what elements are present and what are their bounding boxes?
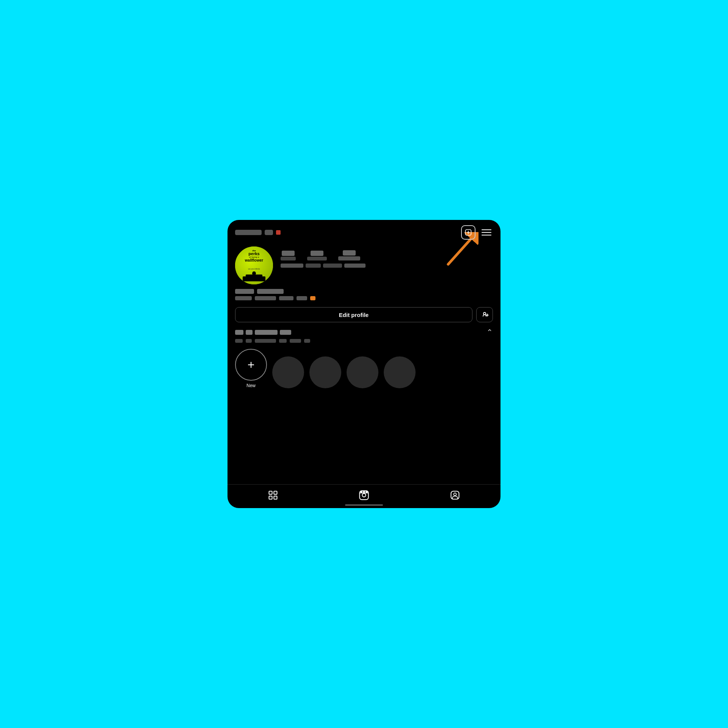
hl-sub-1 xyxy=(235,339,243,343)
new-story-button[interactable]: + xyxy=(235,349,267,381)
svg-rect-13 xyxy=(274,491,277,494)
stories-row: + New xyxy=(228,349,500,394)
action-buttons: Edit profile xyxy=(228,304,500,327)
stats-area xyxy=(281,246,493,268)
add-friend-icon xyxy=(480,311,489,318)
svg-rect-12 xyxy=(269,491,272,494)
svg-point-21 xyxy=(366,491,367,493)
follower-name1 xyxy=(306,264,321,268)
hl-sub-6 xyxy=(304,339,310,343)
svg-point-19 xyxy=(361,491,362,493)
highlights-title xyxy=(235,330,291,335)
username-block1 xyxy=(235,289,254,294)
hl-sub-2 xyxy=(246,339,252,343)
home-indicator xyxy=(228,504,500,508)
stats-row xyxy=(281,250,493,260)
posts-count xyxy=(282,251,295,256)
follower-name2 xyxy=(323,264,342,268)
followers-stat[interactable] xyxy=(307,251,327,260)
phone-container: the perks of being a wallflower we are i… xyxy=(228,220,500,508)
avatar[interactable]: the perks of being a wallflower we are i… xyxy=(235,246,273,284)
followed-by xyxy=(281,264,493,268)
following-label xyxy=(338,256,360,260)
avatar-title-1: perks xyxy=(235,252,273,256)
hl-sub-4 xyxy=(279,339,287,343)
svg-rect-8 xyxy=(253,271,255,275)
story-circle-3[interactable] xyxy=(347,356,378,388)
menu-button[interactable] xyxy=(480,228,493,237)
story-item-3[interactable] xyxy=(347,356,378,388)
hamburger-line-1 xyxy=(482,229,491,230)
new-story-label: New xyxy=(246,383,256,388)
hl-title-3 xyxy=(255,330,278,335)
username-area xyxy=(228,289,500,304)
reels-icon xyxy=(359,490,369,500)
grid-icon xyxy=(268,490,278,500)
svg-point-9 xyxy=(483,312,486,315)
add-friend-button[interactable] xyxy=(476,307,493,322)
bio-block3 xyxy=(279,296,293,300)
hl-sub-5 xyxy=(290,339,301,343)
story-circle-1[interactable] xyxy=(272,356,304,388)
story-circle-4[interactable] xyxy=(384,356,416,388)
followed-by-text xyxy=(281,264,303,268)
story-circle-2[interactable] xyxy=(309,356,341,388)
following-stat[interactable] xyxy=(338,250,360,260)
hl-sub-3 xyxy=(255,339,276,343)
story-item-4[interactable] xyxy=(384,356,416,388)
svg-point-17 xyxy=(362,493,366,497)
username-block2 xyxy=(257,289,284,294)
tab-grid[interactable] xyxy=(268,490,278,500)
avatar-subtitle: we are infinite xyxy=(248,268,260,270)
bottom-tabs xyxy=(228,484,500,504)
top-bar xyxy=(228,220,500,243)
avatar-title-3: wallflower xyxy=(235,258,273,262)
home-indicator-bar xyxy=(345,504,383,506)
highlights-section: ⌃ xyxy=(228,327,500,349)
bio-block4 xyxy=(297,296,307,300)
highlights-collapse-button[interactable]: ⌃ xyxy=(486,328,493,337)
followers-count xyxy=(311,251,323,256)
bio-orange-block xyxy=(310,296,315,300)
hl-title-2 xyxy=(246,330,253,335)
svg-rect-14 xyxy=(269,496,272,499)
tagged-icon xyxy=(450,490,460,500)
posts-label xyxy=(281,257,296,260)
svg-rect-15 xyxy=(274,496,277,499)
username-text2 xyxy=(265,230,273,235)
username-text xyxy=(235,230,262,235)
avatar-inner: the perks of being a wallflower we are i… xyxy=(235,246,273,284)
bio-block1 xyxy=(235,296,252,300)
notification-dot xyxy=(276,230,281,235)
highlights-header: ⌃ xyxy=(235,328,493,337)
bio-block2 xyxy=(255,296,276,300)
top-bar-left xyxy=(235,230,281,235)
tab-tagged[interactable] xyxy=(450,490,460,500)
followed-by-more xyxy=(344,264,366,268)
hl-title-1 xyxy=(235,330,243,335)
avatar-silhouette-svg xyxy=(243,271,265,281)
bio-line xyxy=(235,296,493,300)
tab-reels[interactable] xyxy=(359,490,369,500)
story-item-1[interactable] xyxy=(272,356,304,388)
highlights-sub xyxy=(235,339,493,343)
hl-title-4 xyxy=(280,330,291,335)
new-story-item: + New xyxy=(235,349,267,388)
edit-profile-button[interactable]: Edit profile xyxy=(235,307,472,322)
add-post-button[interactable] xyxy=(461,225,475,240)
following-count xyxy=(343,250,356,256)
svg-point-20 xyxy=(363,491,365,493)
posts-stat[interactable] xyxy=(281,251,296,260)
top-bar-right xyxy=(461,225,493,240)
story-item-2[interactable] xyxy=(309,356,341,388)
followers-label xyxy=(307,257,327,260)
hamburger-line-2 xyxy=(482,232,491,233)
hamburger-line-3 xyxy=(482,235,491,235)
app-background: the perks of being a wallflower we are i… xyxy=(0,0,728,728)
profile-section: the perks of being a wallflower we are i… xyxy=(228,243,500,289)
svg-point-23 xyxy=(454,493,457,496)
username-line xyxy=(235,289,493,294)
